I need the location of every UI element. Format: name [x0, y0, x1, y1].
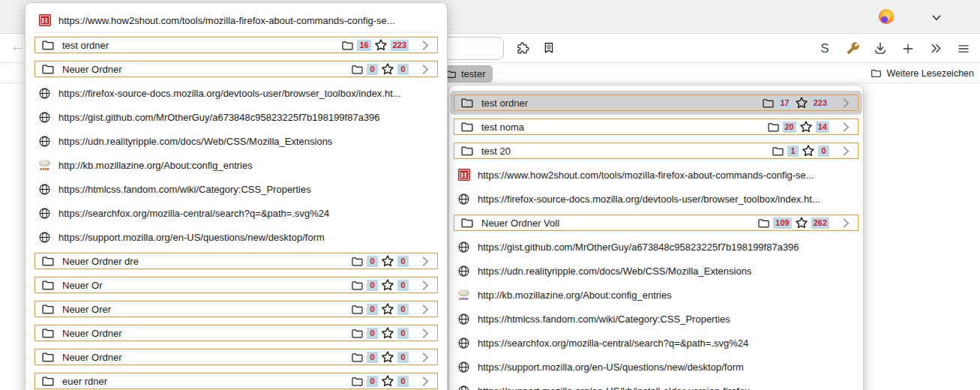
chevron-right-icon[interactable] — [841, 122, 852, 132]
folder-icon — [460, 96, 474, 110]
folder-count-badge: 0 — [367, 352, 378, 363]
bookmarks-popup-panel-right: test ordner 17 223 test noma 20 14 test … — [448, 85, 864, 390]
globe-favicon — [457, 265, 470, 278]
downloads-icon[interactable] — [873, 41, 888, 56]
folder-icon — [41, 62, 55, 76]
panel-divider — [34, 32, 438, 33]
folder-icon — [41, 302, 55, 316]
overflow-chevrons-icon[interactable] — [928, 41, 943, 56]
star-icon — [381, 302, 394, 316]
folder-icon — [41, 374, 55, 388]
folder-count-icon — [767, 121, 780, 134]
bookmark-url-row[interactable]: https://support.mozilla.org/en-US/kb/ins… — [454, 382, 859, 390]
globe-favicon — [457, 361, 470, 374]
chevron-right-icon[interactable] — [841, 218, 852, 228]
chevron-right-icon[interactable] — [421, 280, 431, 290]
tester-label: tester — [461, 68, 486, 80]
globe-favicon — [38, 183, 51, 196]
folder-count-icon — [341, 39, 354, 52]
bookmarks-popup-panel-left: H https://www.how2shout.com/tools/mozill… — [25, 2, 448, 390]
folder-name: test 20 — [481, 146, 764, 157]
chevron-right-icon[interactable] — [421, 256, 431, 266]
star-count-badge: 0 — [397, 328, 409, 339]
folder-name: Neuer Ordner — [62, 352, 343, 363]
bookmark-url-row[interactable]: https://firefox-source-docs.mozilla.org/… — [454, 190, 859, 207]
more-bookmarks-button[interactable]: Weitere Lesezeichen — [871, 68, 974, 79]
bookmark-url-row[interactable]: https://htmlcss.fandom.com/wiki/Category… — [34, 181, 438, 197]
bookmark-folder-row[interactable]: test noma 20 14 — [454, 118, 859, 135]
hamburger-menu-icon[interactable] — [956, 41, 971, 56]
bookmark-url-row[interactable]: https://support.mozilla.org/en-US/questi… — [454, 358, 859, 375]
s-extension-button[interactable]: S — [817, 41, 832, 56]
folder-name: Neuer Or — [62, 280, 343, 291]
bookmark-folder-row[interactable]: euer rdner 0 0 — [34, 373, 438, 389]
folder-count-badge: 0 — [367, 64, 378, 75]
chevron-right-icon[interactable] — [841, 146, 852, 156]
bookmark-url-row[interactable]: https://gist.github.com/MrOtherGuy/a6738… — [454, 238, 859, 255]
bookmark-url-row[interactable]: https://searchfox.org/mozilla-central/se… — [454, 334, 859, 351]
folder-count-badge: 0 — [367, 328, 378, 339]
bookmark-url-row[interactable]: https://gist.github.com/MrOtherGuy/a6738… — [34, 109, 438, 125]
extensions-puzzle-icon[interactable] — [515, 40, 530, 56]
folder-icon — [41, 350, 55, 364]
bookmark-url-row[interactable]: https://udn.realityripple.com/docs/Web/C… — [454, 262, 859, 279]
folder-count-icon — [351, 255, 364, 268]
chevron-right-icon[interactable] — [421, 328, 431, 338]
globe-favicon — [457, 313, 470, 326]
chevron-right-icon[interactable] — [421, 64, 431, 74]
bookmark-url-text: https://searchfox.org/mozilla-central/se… — [478, 338, 859, 349]
chevron-right-icon[interactable] — [421, 40, 431, 50]
how2shout-favicon: H — [38, 14, 51, 27]
star-banner-extension-icon[interactable] — [541, 40, 556, 56]
bookmark-url-row[interactable]: H https://www.how2shout.com/tools/mozill… — [34, 12, 438, 28]
bookmark-url-row[interactable]: zine http://kb.mozillazine.org/About:con… — [34, 157, 438, 173]
star-icon — [799, 120, 813, 134]
bookmark-folder-row[interactable]: Neuer Orer 0 0 — [34, 301, 438, 317]
bookmark-folder-row[interactable]: Neuer Or 0 0 — [34, 277, 438, 293]
bookmark-folder-row[interactable]: test ordner 16 223 — [34, 37, 438, 53]
bookmark-folder-row[interactable]: Neuer Ordner 0 0 — [34, 325, 438, 341]
folder-name: Neuer Ordner Voll — [481, 218, 750, 229]
folder-name: test ordner — [62, 40, 334, 51]
bookmark-url-text: https://htmlcss.fandom.com/wiki/Category… — [478, 314, 859, 325]
bookmark-url-text: https://support.mozilla.org/en-US/questi… — [478, 362, 859, 373]
bookmark-folder-row[interactable]: Neuer Ordner 0 0 — [34, 349, 438, 365]
folder-icon — [41, 254, 55, 268]
bookmark-url-row[interactable]: https://support.mozilla.org/en-US/questi… — [34, 229, 438, 245]
bookmark-url-row[interactable]: https://htmlcss.fandom.com/wiki/Category… — [454, 310, 859, 327]
folder-icon — [460, 216, 474, 230]
star-icon — [795, 216, 808, 230]
globe-favicon — [38, 231, 51, 244]
chevron-right-icon[interactable] — [421, 352, 431, 362]
star-count-badge: 0 — [397, 64, 409, 75]
bookmark-url-row[interactable]: https://searchfox.org/mozilla-central/se… — [34, 205, 438, 221]
chevron-right-icon[interactable] — [421, 376, 431, 386]
bookmark-url-row[interactable]: H https://www.how2shout.com/tools/mozill… — [454, 166, 859, 183]
bookmark-folder-row[interactable]: Neuer Ordner dre 0 0 — [34, 253, 438, 269]
bookmark-folder-row[interactable]: test ordner 17 223 — [454, 94, 859, 111]
bookmark-url-row[interactable]: https://udn.realityripple.com/docs/Web/C… — [34, 133, 438, 149]
bookmark-folder-row[interactable]: Neuer Ordner 0 0 — [34, 61, 438, 77]
bookmark-folder-row[interactable]: test 20 1 0 — [454, 142, 859, 159]
folder-icon — [460, 120, 474, 134]
bookmark-url-row[interactable]: https://firefox-source-docs.mozilla.org/… — [34, 85, 438, 101]
bookmark-url-text: https://gist.github.com/MrOtherGuy/a6738… — [58, 112, 438, 123]
new-tab-plus-icon[interactable] — [901, 41, 916, 56]
back-button[interactable]: ← — [10, 38, 25, 54]
folder-count-badge: 109 — [773, 218, 791, 229]
bookmark-folder-row[interactable]: Neuer Ordner Voll 109 262 — [454, 214, 859, 231]
chevron-down-icon[interactable] — [930, 11, 943, 25]
folder-name: Neuer Ordner dre — [62, 256, 343, 267]
chevron-right-icon[interactable] — [421, 304, 431, 314]
firefox-logo-icon — [879, 9, 894, 24]
bookmark-url-text: https://firefox-source-docs.mozilla.org/… — [478, 194, 859, 205]
globe-favicon — [457, 337, 470, 350]
chevron-right-icon[interactable] — [841, 98, 852, 108]
bookmark-url-text: http://kb.mozillazine.org/About:config_e… — [58, 160, 438, 171]
bookmark-url-text: https://searchfox.org/mozilla-central/se… — [58, 208, 438, 219]
folder-icon — [41, 326, 55, 340]
bookmark-url-row[interactable]: zine http://kb.mozillazine.org/About:con… — [454, 286, 859, 303]
wrench-icon[interactable] — [845, 41, 860, 56]
folder-count-icon — [351, 375, 364, 388]
star-count-badge: 223 — [391, 40, 409, 51]
